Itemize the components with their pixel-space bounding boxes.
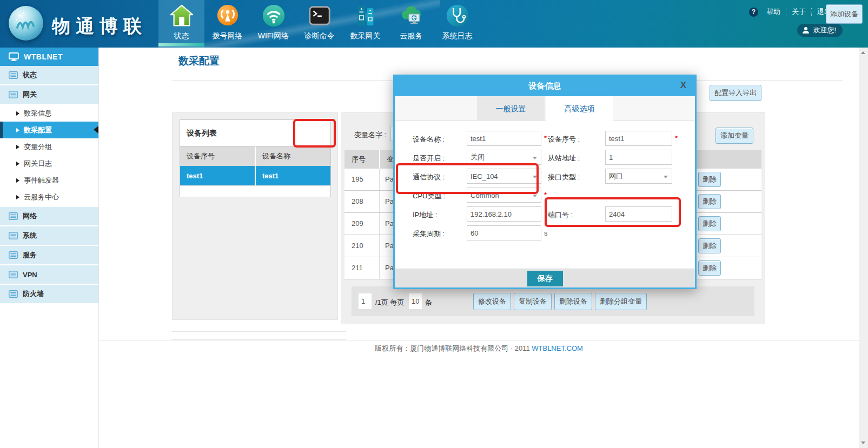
sidebar-item-gateway[interactable]: 网关 [0, 85, 98, 104]
period-suffix: s [544, 229, 548, 237]
delete-group-vars-button[interactable]: 删除分组变量 [595, 293, 647, 310]
sidebar-subitem-cloud-center[interactable]: 云服务中心 [0, 189, 98, 205]
save-button[interactable]: 保存 [527, 271, 563, 286]
ip-input[interactable] [467, 206, 541, 222]
sidebar-subitem-daq-info[interactable]: 数采信息 [0, 105, 98, 122]
modify-device-button[interactable]: 修改设备 [473, 293, 511, 310]
triangle-icon [16, 162, 19, 166]
sidebar-item-label: 状态 [23, 70, 37, 80]
vertical-scrollbar[interactable] [859, 48, 868, 448]
subitem-label: 网关日志 [24, 159, 52, 169]
footer-divider [99, 340, 859, 340]
device-name-input[interactable] [467, 131, 541, 146]
monitor-icon [9, 52, 19, 61]
slave-addr-input[interactable] [605, 150, 672, 165]
gateway-submenu: 数采信息 数采配置 变量分组 网关日志 事件触发器 云服务中心 [0, 105, 98, 205]
page-title: 数采配置 [178, 54, 220, 68]
slave-addr-label: 从站地址 : [548, 153, 580, 163]
sidebar-item-service[interactable]: 服务 [0, 246, 98, 264]
period-input[interactable] [467, 225, 541, 240]
nav-item-dial-network[interactable]: 拨号网络 [204, 0, 250, 48]
sidebar-item-status[interactable]: 状态 [0, 66, 98, 84]
cpu-type-select[interactable]: Common [467, 188, 541, 203]
port-input[interactable] [605, 206, 672, 222]
tab-general-settings[interactable]: 一般设置 [477, 96, 545, 121]
divider [379, 169, 380, 190]
delete-variable-button[interactable]: 删除 [698, 216, 721, 231]
device-actions: 修改设备 复制设备 删除设备 删除分组变量 [473, 293, 647, 310]
col-seq: 序号 [344, 155, 379, 164]
nav-item-wifi-network[interactable]: WIFI网络 [250, 0, 296, 48]
delete-variable-button[interactable]: 删除 [698, 172, 721, 187]
modal-tabs: 一般设置 高级选项 [395, 96, 695, 121]
nav-item-diagnostic[interactable]: 诊断命令 [296, 0, 342, 48]
device-list-panel: 设备列表 设备序号 设备名称 test1 test1 [172, 112, 338, 320]
device-info-modal: 设备信息 X 一般设置 高级选项 设备名称 : * 设备序号 : * 是否开启 … [393, 75, 697, 289]
sidebar-subitem-daq-config[interactable]: 数采配置 [0, 122, 98, 138]
enabled-label: 是否开启 : [413, 153, 445, 163]
list-icon [9, 71, 18, 79]
nav-item-label: WIFI网络 [250, 31, 296, 41]
device-row-selected[interactable]: test1 test1 [180, 166, 330, 185]
seq-cell: 210 [352, 242, 363, 250]
sidebar-title-text: WTBLNET [24, 52, 63, 61]
nav-item-daq-gateway[interactable]: 数采网关 [342, 0, 388, 48]
sidebar-subitem-var-group[interactable]: 变量分组 [0, 138, 98, 155]
per-page-input[interactable] [409, 293, 422, 309]
nav-item-label: 状态 [158, 31, 204, 41]
scroll-up-icon[interactable] [861, 51, 865, 54]
config-import-export-button[interactable]: 配置导入导出 [710, 85, 761, 101]
gateway-icon [353, 3, 378, 28]
page-number-input[interactable] [359, 293, 372, 309]
sidebar-item-system[interactable]: 系统 [0, 226, 98, 245]
main-nav: 状态 拨号网络 [158, 0, 480, 48]
nav-item-status[interactable]: 状态 [158, 0, 204, 48]
sidebar-item-firewall[interactable]: 防火墙 [0, 285, 98, 303]
cloud-service-icon [399, 3, 424, 28]
add-variable-button[interactable]: 添加变量 [715, 128, 753, 144]
home-icon [169, 3, 194, 28]
required-mark: * [544, 134, 547, 142]
about-link[interactable]: 关于 [786, 7, 811, 17]
copy-device-button[interactable]: 复制设备 [514, 293, 552, 310]
interface-label: 接口类型 : [548, 172, 580, 182]
device-serial-input[interactable] [605, 131, 672, 146]
tab-advanced-options[interactable]: 高级选项 [546, 96, 613, 123]
delete-device-button[interactable]: 删除设备 [554, 293, 592, 310]
sidebar-subitem-event-trigger[interactable]: 事件触发器 [0, 172, 98, 189]
footer: 版权所有：厦门物通博联网络科技有限公司 · 2011 WTBLNET.COM [99, 344, 859, 353]
device-list-box: 设备列表 设备序号 设备名称 test1 test1 [180, 119, 331, 197]
sidebar-subitem-gateway-log[interactable]: 网关日志 [0, 155, 98, 172]
sidebar-item-vpn[interactable]: VPN [0, 265, 98, 284]
welcome-badge[interactable]: 欢迎您! [797, 24, 843, 37]
help-link[interactable]: 帮助 [761, 7, 786, 17]
close-icon[interactable]: X [680, 80, 686, 91]
triangle-icon [16, 111, 19, 116]
period-label: 采集周期 : [413, 229, 445, 239]
interface-select[interactable]: 网口 [605, 169, 672, 184]
name-cell: Pa [385, 264, 394, 272]
protocol-label: 通信协议 : [413, 172, 445, 182]
enabled-select[interactable]: 关闭 [467, 150, 541, 165]
nav-item-label: 拨号网络 [204, 31, 250, 41]
delete-variable-button[interactable]: 删除 [698, 238, 721, 253]
sidebar-item-network[interactable]: 网络 [0, 207, 98, 225]
app-root: 物通博联 状态 [0, 0, 868, 448]
sidebar-item-label: 网关 [23, 90, 37, 99]
list-icon [9, 212, 18, 220]
nav-item-label: 诊断命令 [296, 31, 342, 41]
scroll-down-icon[interactable] [861, 442, 865, 444]
empty-list-row [172, 332, 346, 340]
user-icon [802, 26, 810, 34]
add-device-button[interactable]: 添加设备 [826, 4, 863, 24]
footer-link[interactable]: WTBLNET.COM [532, 344, 583, 352]
delete-variable-button[interactable]: 删除 [698, 260, 721, 276]
nav-item-system-log[interactable]: 系统日志 [434, 0, 480, 48]
list-icon [9, 290, 18, 298]
col-variable-name: 变 [379, 150, 394, 169]
divider [379, 191, 380, 212]
subitem-label: 云服务中心 [24, 192, 59, 202]
protocol-select[interactable]: IEC_104 [467, 169, 541, 184]
delete-variable-button[interactable]: 删除 [698, 194, 721, 209]
nav-item-cloud-service[interactable]: 云服务 [388, 0, 434, 48]
